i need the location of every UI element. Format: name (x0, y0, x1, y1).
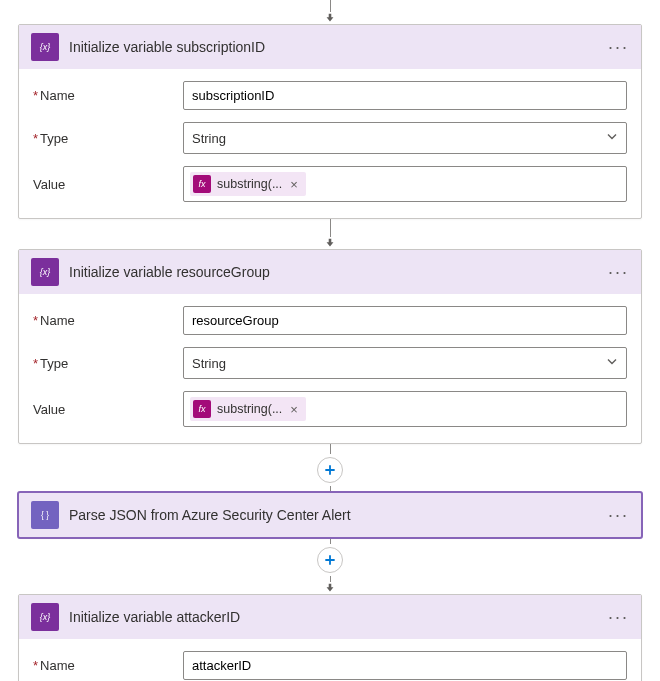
field-label: *Name (33, 658, 173, 673)
connector-line (330, 486, 331, 492)
required-asterisk: * (33, 658, 38, 673)
svg-text:{x}: {x} (40, 612, 51, 622)
field-label: *Name (33, 313, 173, 328)
field-label: Value (33, 177, 173, 192)
card-header[interactable]: {x} Initialize variable resourceGroup ··… (19, 250, 641, 294)
field-row-value: Value fx substring(... × (33, 166, 627, 202)
connector-arrow-icon (324, 237, 336, 249)
select-value: String (192, 356, 226, 371)
step-card-initialize-variable-resourcegroup: {x} Initialize variable resourceGroup ··… (18, 249, 642, 444)
card-body: *Name *Type String Value { } (19, 639, 641, 681)
label-text: Name (40, 313, 75, 328)
connector (18, 219, 642, 249)
connector-line (330, 219, 331, 237)
connector (18, 0, 642, 24)
card-title: Initialize variable attackerID (69, 609, 598, 625)
logic-app-designer-canvas: {x} Initialize variable subscriptionID ·… (0, 0, 660, 681)
name-input[interactable] (183, 651, 627, 680)
card-body: *Name *Type String Value fx (19, 69, 641, 218)
card-title: Initialize variable resourceGroup (69, 264, 598, 280)
variable-icon: {x} (31, 33, 59, 61)
type-select[interactable]: String (183, 347, 627, 379)
chip-text: substring(... (217, 402, 282, 416)
step-card-parse-json: { } Parse JSON from Azure Security Cente… (18, 492, 642, 538)
field-label: *Type (33, 131, 173, 146)
svg-text:fx: fx (198, 179, 206, 189)
card-header[interactable]: {x} Initialize variable attackerID ··· (19, 595, 641, 639)
fx-icon: fx (193, 400, 211, 418)
card-title: Initialize variable subscriptionID (69, 39, 598, 55)
select-value: String (192, 131, 226, 146)
field-label: *Type (33, 356, 173, 371)
card-body: *Name *Type String Value fx (19, 294, 641, 443)
card-menu-button[interactable]: ··· (608, 262, 629, 283)
step-card-initialize-variable-attackerid: {x} Initialize variable attackerID ··· *… (18, 594, 642, 681)
connector-line (330, 538, 331, 544)
connector-line (330, 444, 331, 454)
label-text: Type (40, 356, 68, 371)
field-row-type: *Type String (33, 347, 627, 379)
svg-text:{ }: { } (41, 511, 49, 520)
required-asterisk: * (33, 131, 38, 146)
variable-icon: {x} (31, 258, 59, 286)
field-row-value: Value fx substring(... × (33, 391, 627, 427)
label-text: Value (33, 402, 65, 417)
connector-arrow-icon (324, 582, 336, 594)
add-step-button[interactable] (317, 547, 343, 573)
value-input[interactable]: fx substring(... × (183, 391, 627, 427)
field-row-name: *Name (33, 306, 627, 335)
card-header[interactable]: { } Parse JSON from Azure Security Cente… (19, 493, 641, 537)
add-step-button[interactable] (317, 457, 343, 483)
field-row-name: *Name (33, 651, 627, 680)
connector-arrow-icon (324, 12, 336, 24)
chip-remove-button[interactable]: × (288, 177, 300, 192)
chevron-down-icon (606, 356, 618, 371)
svg-text:fx: fx (198, 404, 206, 414)
card-menu-button[interactable]: ··· (608, 607, 629, 628)
variable-icon: {x} (31, 603, 59, 631)
name-input[interactable] (183, 81, 627, 110)
value-input[interactable]: fx substring(... × (183, 166, 627, 202)
type-select[interactable]: String (183, 122, 627, 154)
field-row-type: *Type String (33, 122, 627, 154)
chip-text: substring(... (217, 177, 282, 191)
chip-remove-button[interactable]: × (288, 402, 300, 417)
required-asterisk: * (33, 88, 38, 103)
required-asterisk: * (33, 356, 38, 371)
required-asterisk: * (33, 313, 38, 328)
card-menu-button[interactable]: ··· (608, 37, 629, 58)
field-label: Value (33, 402, 173, 417)
svg-text:{x}: {x} (40, 267, 51, 277)
svg-text:{x}: {x} (40, 42, 51, 52)
connector-with-plus (18, 538, 642, 594)
label-text: Type (40, 131, 68, 146)
field-row-name: *Name (33, 81, 627, 110)
label-text: Name (40, 88, 75, 103)
expression-chip[interactable]: fx substring(... × (190, 397, 306, 421)
name-input[interactable] (183, 306, 627, 335)
card-menu-button[interactable]: ··· (608, 505, 629, 526)
field-label: *Name (33, 88, 173, 103)
step-card-initialize-variable-subscriptionid: {x} Initialize variable subscriptionID ·… (18, 24, 642, 219)
label-text: Name (40, 658, 75, 673)
connector-with-plus (18, 444, 642, 492)
fx-icon: fx (193, 175, 211, 193)
chevron-down-icon (606, 131, 618, 146)
card-header[interactable]: {x} Initialize variable subscriptionID ·… (19, 25, 641, 69)
card-title: Parse JSON from Azure Security Center Al… (69, 507, 598, 523)
label-text: Value (33, 177, 65, 192)
expression-chip[interactable]: fx substring(... × (190, 172, 306, 196)
json-icon: { } (31, 501, 59, 529)
